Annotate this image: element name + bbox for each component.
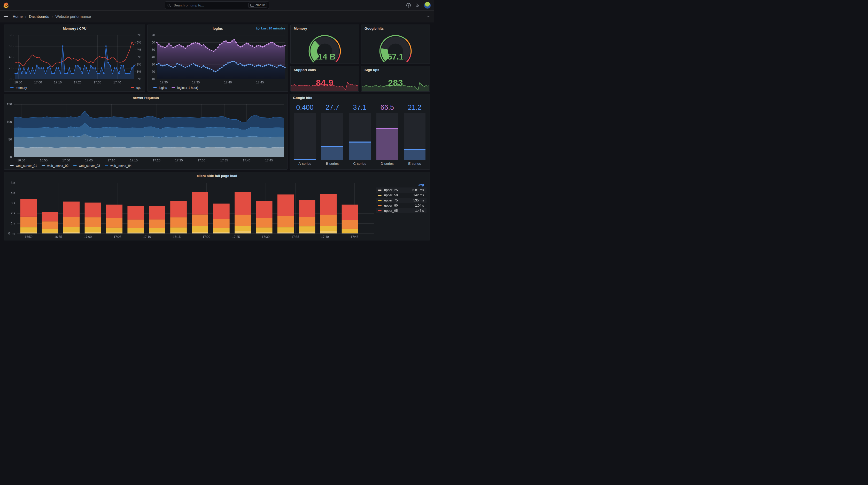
help-icon[interactable] (406, 3, 411, 8)
panel-title[interactable]: Sign ups (362, 66, 430, 74)
bar-fill (376, 128, 398, 160)
bar-value: 37.1 (349, 103, 370, 113)
bar-fill (321, 146, 343, 160)
panel-time-range[interactable]: Last 20 minutes (256, 27, 285, 30)
legend-item[interactable]: web_server_01 (10, 164, 37, 168)
panel-page-load: client side full page load avg upper_256… (4, 172, 430, 240)
legend-label: cpu (136, 86, 141, 90)
legend-item[interactable]: cpu (131, 86, 141, 90)
legend-item[interactable]: web_server_03 (73, 164, 100, 168)
legend-swatch (378, 190, 381, 191)
bar-label: E-series (404, 160, 426, 167)
panel-server-requests: server requests web_server_01web_server_… (4, 94, 287, 170)
panel-memory-gauge: Memory (290, 25, 359, 64)
legend-label: logins (-1 hour) (177, 86, 198, 90)
bar-gauge-column[interactable]: 27.7 B-series (321, 103, 343, 167)
legend-row[interactable]: upper_75535 ms (376, 198, 427, 203)
stat-body: 84.9 (291, 74, 359, 91)
legend-avg-value: 1.46 s (415, 209, 424, 213)
legend-label: upper_75 (384, 199, 413, 202)
bar-gauge-column[interactable]: 21.2 E-series (404, 103, 426, 167)
bar-value: 27.7 (321, 103, 343, 113)
nav-actions (406, 2, 431, 9)
breadcrumb: Home › Dashboards › Website performance (13, 14, 91, 19)
time-range-label: Last 20 minutes (261, 27, 285, 30)
legend-row[interactable]: upper_951.46 s (376, 208, 427, 213)
legend-item[interactable]: logins (153, 86, 167, 90)
panel-support-calls: Support calls 84.9 (290, 66, 359, 92)
dashboard-grid: Memory / CPU memorycpu logins Last 20 mi… (0, 23, 434, 243)
legend-swatch (153, 87, 157, 88)
panel-title[interactable]: server requests (4, 94, 287, 102)
legend-avg-value: 6.81 ms (412, 188, 424, 192)
google-hits-gauge[interactable] (362, 33, 430, 64)
user-avatar[interactable] (424, 2, 431, 9)
breadcrumb-separator: › (52, 15, 53, 19)
legend-item[interactable]: logins (-1 hour) (172, 86, 198, 90)
grafana-logo-icon[interactable] (3, 2, 10, 9)
search-box[interactable]: cmd+k (165, 1, 269, 9)
panel-title[interactable]: Google hits (362, 25, 430, 33)
page-load-chart[interactable] (4, 180, 430, 240)
legend-label: memory (16, 86, 27, 90)
legend-item[interactable]: memory (10, 86, 27, 90)
bar-label: A-series (294, 160, 316, 167)
bar-value: 0.400 (294, 103, 316, 113)
legend-swatch (10, 165, 14, 166)
bar-fill (404, 149, 426, 160)
server-requests-chart[interactable] (4, 102, 287, 164)
legend-swatch (41, 165, 45, 166)
legend-swatch (378, 200, 381, 201)
sign-ups-value: 283 (362, 78, 430, 88)
logins-chart[interactable] (148, 33, 288, 86)
panel-title[interactable]: client side full page load (4, 172, 430, 180)
keyboard-icon (250, 4, 254, 7)
legend-avg-value: 535 ms (413, 199, 424, 202)
legend-swatch (378, 210, 381, 211)
bar-gauge-column[interactable]: 66.5 D-series (376, 103, 398, 167)
breadcrumb-separator: › (25, 15, 26, 19)
support-calls-value: 84.9 (291, 78, 359, 88)
bar-fill (294, 159, 316, 160)
logins-legend: loginslogins (-1 hour) (148, 86, 288, 91)
chevron-up-icon[interactable] (427, 15, 430, 19)
panel-title[interactable]: Memory (291, 25, 359, 33)
legend-avg-value: 1.04 s (415, 204, 424, 207)
memory-cpu-legend: memorycpu (4, 86, 145, 91)
toolbar-right (423, 13, 430, 20)
menu-toggle-icon[interactable] (4, 15, 8, 19)
bar-label: D-series (376, 160, 398, 167)
news-rss-icon[interactable] (415, 3, 420, 7)
bar-gauge-column[interactable]: 0.400 A-series (294, 103, 316, 167)
server-requests-legend: web_server_01web_server_02web_server_03w… (4, 164, 287, 169)
legend-row[interactable]: upper_256.81 ms (376, 188, 427, 193)
panel-title[interactable]: Google hits (290, 94, 430, 102)
legend-item[interactable]: web_server_04 (104, 164, 131, 168)
panel-title[interactable]: Support calls (291, 66, 359, 74)
panel-title[interactable]: Memory / CPU (4, 25, 145, 33)
bar-track (321, 113, 343, 160)
bar-fill (349, 141, 370, 160)
page-load-legend-table: avg upper_256.81 msupper_50142 msupper_7… (376, 182, 427, 213)
panel-google-hits-gauge: Google hits (361, 25, 430, 64)
legend-label: logins (159, 86, 167, 90)
legend-label: upper_95 (384, 209, 415, 213)
bar-value: 66.5 (376, 103, 398, 113)
bar-label: C-series (349, 160, 370, 167)
legend-swatch (10, 87, 14, 88)
google-hits-bar-gauge[interactable]: 0.400 A-series27.7 B-series37.1 C-series… (290, 102, 430, 169)
legend-row[interactable]: upper_901.04 s (376, 203, 427, 208)
bar-gauge-column[interactable]: 37.1 C-series (349, 103, 370, 167)
legend-header-avg[interactable]: avg (376, 182, 427, 188)
legend-swatch (378, 195, 381, 196)
breadcrumb-dashboards[interactable]: Dashboards (29, 14, 49, 19)
legend-label: web_server_01 (16, 164, 37, 168)
legend-item[interactable]: web_server_02 (41, 164, 68, 168)
breadcrumb-home[interactable]: Home (13, 14, 23, 19)
memory-gauge[interactable] (291, 33, 359, 64)
legend-swatch (104, 165, 108, 166)
legend-row[interactable]: upper_50142 ms (376, 193, 427, 198)
panel-sign-ups: Sign ups 283 (361, 66, 430, 92)
memory-cpu-chart[interactable] (4, 33, 145, 86)
search-input[interactable] (173, 3, 246, 7)
